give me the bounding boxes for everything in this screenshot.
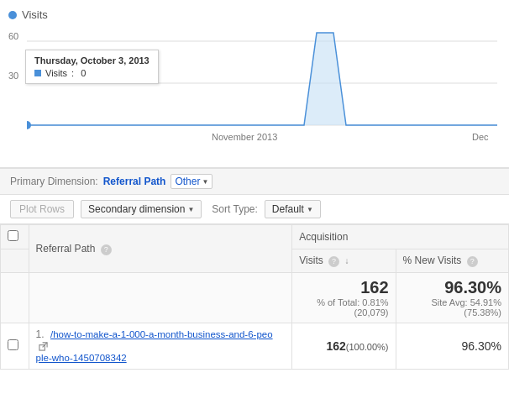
secondary-dimension-arrow: ▼ — [187, 206, 194, 213]
chart-svg-area: 60 30 November 2013 Dec Thursday, Octobe… — [8, 24, 501, 155]
external-link-icon — [39, 342, 48, 351]
primary-dimension-label: Primary Dimension: — [10, 176, 98, 187]
tooltip-number: 0 — [81, 68, 86, 78]
tooltip-metric: Visits — [45, 68, 67, 78]
tooltip-date: Thursday, October 3, 2013 — [34, 55, 150, 66]
row-1-visits-value: 162(100.00%) — [326, 339, 388, 353]
svg-text:Dec: Dec — [472, 132, 489, 142]
sort-type-label: Sort Type: — [212, 203, 257, 215]
total-new-visits-value: 96.30% — [403, 278, 501, 297]
th-acquisition: Acquisition — [292, 225, 509, 249]
primary-dimension-bar: Primary Dimension: Referral Path Other ▼ — [0, 168, 509, 195]
total-checkbox-cell — [1, 273, 29, 323]
svg-text:November 2013: November 2013 — [212, 132, 277, 142]
tooltip-square — [34, 70, 41, 76]
visits-help-icon[interactable]: ? — [328, 256, 339, 267]
th-visits: Visits ? ↓ — [292, 249, 396, 273]
th-referral-label: Referral Path — [36, 243, 96, 255]
chart-tooltip: Thursday, October 3, 2013 Visits: 0 — [25, 50, 159, 84]
total-visits-cell: 162 % of Total: 0.81% (20,079) — [292, 273, 396, 323]
th-visits-label: Visits — [299, 255, 323, 266]
row-1-checkbox-cell — [1, 323, 29, 370]
th-checkbox — [1, 225, 29, 249]
other-dropdown[interactable]: Other ▼ — [171, 174, 213, 189]
primary-dimension-value: Referral Path — [103, 176, 166, 187]
plot-rows-button[interactable]: Plot Rows — [10, 200, 74, 218]
row-1-visits-cell: 162(100.00%) — [292, 323, 396, 370]
row-1-visits-pct: (100.00%) — [346, 342, 389, 352]
total-visits-sub: % of Total: 0.81% (20,079) — [299, 297, 388, 318]
visits-sort-icon[interactable]: ↓ — [344, 256, 349, 265]
other-dropdown-arrow: ▼ — [202, 178, 208, 186]
row-1-referral-cell: 1. /how-to-make-a-1-000-a-month-business… — [29, 323, 292, 370]
secondary-dimension-select[interactable]: Secondary dimension ▼ — [81, 200, 202, 218]
total-new-visits-sub: Site Avg: 54.91% (75.38%) — [403, 297, 501, 318]
referral-help-icon[interactable]: ? — [101, 244, 112, 255]
th-new-visits-label: % New Visits — [403, 255, 462, 266]
new-visits-help-icon[interactable]: ? — [467, 256, 478, 267]
y-axis-label-60: 60 — [8, 31, 18, 41]
row-1-num: 1. — [36, 328, 45, 340]
chart-title-label: Visits — [22, 8, 48, 21]
toolbar: Plot Rows Secondary dimension ▼ Sort Typ… — [0, 195, 509, 224]
row-1-link-line1: /how-to-make-a-1-000-a-month-business-an… — [50, 329, 273, 339]
th-referral-path: Referral Path ? — [29, 225, 292, 273]
th-new-visits: % New Visits ? — [396, 249, 508, 273]
y-axis-label-30: 30 — [8, 71, 18, 81]
secondary-dimension-label: Secondary dimension — [88, 203, 185, 215]
row-1-link[interactable]: /how-to-make-a-1-000-a-month-business-an… — [36, 329, 273, 363]
row-1-new-visits-cell: 96.30% — [396, 323, 508, 370]
svg-point-4 — [27, 121, 31, 129]
total-label-cell — [29, 273, 292, 323]
total-new-visits-cell: 96.30% Site Avg: 54.91% (75.38%) — [396, 273, 508, 323]
sort-type-arrow: ▼ — [307, 206, 313, 213]
total-visits-value: 162 — [299, 278, 388, 297]
row-1-link-line2: ple-who-1450708342 — [36, 353, 127, 363]
table-row: 1. /how-to-make-a-1-000-a-month-business… — [1, 323, 509, 370]
tooltip-value-row: Visits: 0 — [34, 68, 150, 78]
th-checkbox-spacer — [1, 249, 29, 273]
row-1-visits-num: 162 — [326, 339, 345, 353]
sort-type-select[interactable]: Default ▼ — [265, 200, 321, 218]
row-1-checkbox[interactable] — [8, 339, 18, 350]
other-label: Other — [175, 176, 200, 187]
chart-legend-dot — [8, 11, 17, 19]
sort-default-label: Default — [272, 203, 304, 215]
row-1-new-visits-value: 96.30% — [462, 339, 501, 353]
chart-container: Visits 60 30 November 2013 Dec Thursday,… — [0, 0, 509, 168]
chart-title-row: Visits — [8, 8, 501, 21]
total-row: 162 % of Total: 0.81% (20,079) 96.30% Si… — [1, 273, 509, 323]
select-all-checkbox[interactable] — [8, 230, 18, 241]
data-table: Referral Path ? Acquisition Visits ? ↓ %… — [0, 224, 509, 370]
